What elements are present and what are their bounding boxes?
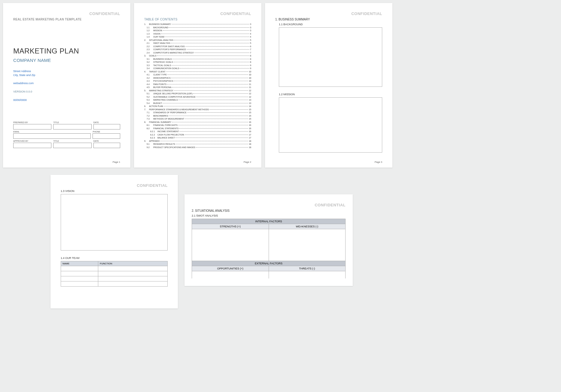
toc-entry[interactable]: 4.2DEMOGRAPHICS10 <box>144 77 251 80</box>
toc-text: OUR TEAM <box>153 35 164 39</box>
toc-page: 16 <box>249 124 251 127</box>
email-field[interactable] <box>13 133 91 139</box>
toc-entry[interactable]: 3.1BUSINESS GOALS8 <box>144 58 251 61</box>
swot-strengths-cell[interactable] <box>192 229 269 261</box>
toc-number: 8.2.3 <box>150 136 157 140</box>
title-field[interactable] <box>53 124 91 129</box>
toc-page: 5 <box>250 42 251 45</box>
toc-entry[interactable]: 6.ACTION PLAN14 <box>144 105 251 108</box>
swot-opportunities-cell[interactable] <box>192 271 269 278</box>
toc-entry[interactable]: 7.PERFORMANCE STANDARDS & MEASUREMENT ME… <box>144 108 251 111</box>
toc-entry[interactable]: 8.1FINANCIAL FORECASTS16 <box>144 124 251 127</box>
background-box[interactable] <box>279 27 382 87</box>
city-line: City, State and Zip <box>13 73 120 77</box>
toc-entry[interactable]: 2.2COMPETITOR SWOT ANALYSIS6 <box>144 45 251 48</box>
approved-by-field[interactable] <box>13 143 51 148</box>
toc-entry[interactable]: 7.2BENCHMARKS15 <box>144 114 251 118</box>
toc-text: UNIQUE SELLING PROPOSITION (USP) <box>153 92 192 96</box>
toc-leader <box>180 68 249 68</box>
toc-page: 18 <box>249 143 251 146</box>
toc-text: SWOT ANALYSIS <box>153 42 170 45</box>
phone-label: PHONE <box>93 131 120 133</box>
toc-entry[interactable]: 1.3VISION4 <box>144 32 251 36</box>
title-label-2: TITLE <box>53 140 91 142</box>
toc-text: SITUATIONAL ANALYSIS <box>149 39 173 42</box>
title-label: TITLE <box>53 121 91 123</box>
toc-entry[interactable]: 1.1BACKGROUND3 <box>144 26 251 29</box>
toc-page: 3 <box>250 26 251 29</box>
toc-entry[interactable]: 2.4COMPETITOR'S MARKETING STRATEGY7 <box>144 51 251 55</box>
toc-text: BACKGROUND <box>153 26 168 29</box>
section-2-heading: 2. SITUATIONAL ANALYSIS <box>192 209 346 212</box>
toc-leader <box>166 71 248 72</box>
swot-weaknesses-cell[interactable] <box>269 229 346 261</box>
toc-entry[interactable]: 5.2SUSTAINABLE COMPETITIVE ADVANTAGE12 <box>144 96 251 99</box>
toc-number: 2.4 <box>147 51 153 55</box>
date-label: DATE <box>93 121 120 123</box>
toc-entry[interactable]: 4.TARGET CLIENT10 <box>144 70 251 74</box>
swot-weaknesses-header: WEAKNESSES (-) <box>269 224 346 229</box>
toc-text: MARKETING CHANNELS <box>153 99 178 102</box>
toc-leader <box>209 109 248 110</box>
toc-number: 3.3 <box>147 64 153 67</box>
toc-entry[interactable]: 9.1RESEARCH RESULTS18 <box>144 143 251 146</box>
date-field-2[interactable] <box>93 143 120 148</box>
toc-number: 5.1 <box>147 92 153 96</box>
toc-entry[interactable]: 5.1UNIQUE SELLING PROPOSITION (USP)12 <box>144 92 251 96</box>
toc-leader <box>167 74 248 75</box>
toc-number: 9.2 <box>147 146 153 149</box>
table-row <box>61 266 168 271</box>
toc-entry[interactable]: 9.APPENDIX18 <box>144 140 251 143</box>
toc-entry[interactable]: 2.SITUATIONAL ANALYSIS5 <box>144 39 251 42</box>
toc-entry[interactable]: 1.BUSINESS SUMMARY3 <box>144 23 251 26</box>
toc-entry[interactable]: 8.2.1INCOME STATEMENT16 <box>144 130 251 133</box>
date-field[interactable] <box>93 124 120 129</box>
toc-entry[interactable]: 7.3METHODS OF MEASUREMENT15 <box>144 117 251 121</box>
toc-entry[interactable]: 5.4BUDGET13 <box>144 102 251 105</box>
toc-entry[interactable]: 3.3TACTICAL GOALS9 <box>144 64 251 67</box>
toc-entry[interactable]: 8.2.3BALANCE SHEET17 <box>144 136 251 140</box>
toc-text: COMPETITOR'S MARKETING STRATEGY <box>153 51 194 55</box>
toc-page: 11 <box>249 86 251 89</box>
toc-number: 8.2 <box>147 127 153 130</box>
vision-box[interactable] <box>61 194 168 251</box>
swot-threats-header: THREATS (-) <box>269 266 346 271</box>
toc-entry[interactable]: 1.4OUR TEAM4 <box>144 35 251 39</box>
swot-threats-cell[interactable] <box>269 271 346 278</box>
toc-text: PAIN POINTS <box>153 83 166 86</box>
toc-number: 8.2.1 <box>150 130 157 133</box>
team-name-header: NAME <box>61 261 98 266</box>
toc-entry[interactable]: 4.3PSYCHOGRAPHICS10 <box>144 80 251 83</box>
swot-strengths-header: STRENGTHS (+) <box>192 224 269 229</box>
toc-entry[interactable]: 4.4PAIN POINTS11 <box>144 83 251 86</box>
toc-entry[interactable]: 3.2STRATEGIC GOALS8 <box>144 61 251 64</box>
toc-entry[interactable]: 7.1STANDARDS OF PERFORMANCE15 <box>144 111 251 114</box>
toc-leader <box>196 97 248 97</box>
toc-entry[interactable]: 2.3COMPETITOR'S PERFORMANCE7 <box>144 48 251 51</box>
address-block: Street Address City, State and Zip <box>13 69 120 77</box>
toc-entry[interactable]: 1.2MISSION3 <box>144 29 251 32</box>
toc-entry[interactable]: 8.FINANCIAL SUMMARY16 <box>144 121 251 124</box>
prepared-by-field[interactable] <box>13 124 51 129</box>
toc-entry[interactable]: 4.5BUYER PERSONA11 <box>144 86 251 89</box>
toc-entry[interactable]: 8.2FINANCIAL STATEMENTS16 <box>144 127 251 130</box>
mission-box[interactable] <box>279 97 382 153</box>
toc-entry[interactable]: 8.2.2CASH FLOW PROJECTION17 <box>144 133 251 137</box>
toc-entry[interactable]: 3.GOALS8 <box>144 54 251 58</box>
toc-text: FINANCIAL SUMMARY <box>149 121 171 124</box>
phone-field[interactable] <box>93 133 120 139</box>
confidential-label: CONFIDENTIAL <box>144 11 251 16</box>
toc-text: COMMUNICATION GOALS <box>153 67 179 70</box>
toc-entry[interactable]: 5.MARKETING STRATEGY12 <box>144 89 251 93</box>
toc-page: 5 <box>250 39 251 42</box>
toc-number: 3. <box>144 54 149 58</box>
title-field-2[interactable] <box>53 143 91 148</box>
toc-entry[interactable]: 9.2PRODUCT SPECIFICATIONS AND IMAGES18 <box>144 146 251 149</box>
team-table: NAME FUNCTION <box>61 261 168 287</box>
toc-entry[interactable]: 2.1SWOT ANALYSIS5 <box>144 42 251 45</box>
toc-text: PRODUCT SPECIFICATIONS AND IMAGES <box>153 146 195 149</box>
email-label: EMAIL <box>13 131 91 133</box>
toc-entry[interactable]: 4.1CLIENT TYPE10 <box>144 73 251 77</box>
toc-entry[interactable]: 3.4COMMUNICATION GOALS9 <box>144 67 251 70</box>
toc-entry[interactable]: 5.3MARKETING CHANNELS13 <box>144 99 251 102</box>
